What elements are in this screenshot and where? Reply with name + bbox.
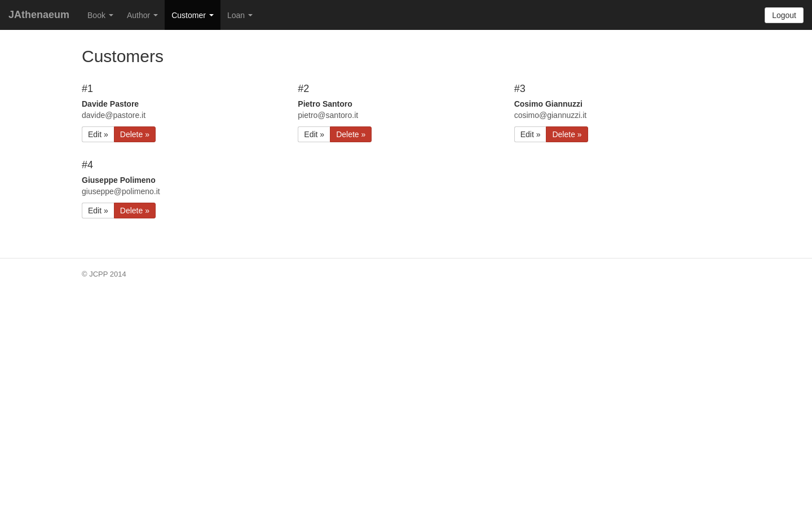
main-content: Customers #1 Davide Pastore davide@pasto… bbox=[0, 30, 812, 252]
nav-book-label: Book bbox=[87, 11, 105, 20]
navbar-left: JAthenaeum Book Author Customer Loan bbox=[8, 0, 259, 30]
customer-card: #2 Pietro Santoro pietro@santoro.it Edit… bbox=[298, 83, 514, 159]
delete-button[interactable]: Delete » bbox=[114, 203, 156, 218]
customer-actions: Edit » Delete » bbox=[82, 126, 281, 142]
customer-card: #1 Davide Pastore davide@pastore.it Edit… bbox=[82, 83, 298, 159]
customer-name: Pietro Santoro bbox=[298, 99, 497, 108]
nav-customer-label: Customer bbox=[171, 11, 206, 20]
footer-copyright: © JCPP 2014 bbox=[82, 270, 126, 278]
nav-book-caret bbox=[109, 14, 113, 16]
footer: © JCPP 2014 bbox=[0, 258, 812, 290]
customer-name: Giuseppe Polimeno bbox=[82, 176, 281, 185]
logout-button[interactable]: Logout bbox=[765, 7, 804, 23]
nav-customer-caret bbox=[209, 14, 214, 16]
customer-card: #3 Cosimo Giannuzzi cosimo@giannuzzi.it … bbox=[514, 83, 730, 159]
nav-customer[interactable]: Customer bbox=[165, 0, 220, 30]
customer-number: #1 bbox=[82, 83, 281, 95]
nav-author[interactable]: Author bbox=[120, 0, 165, 30]
edit-button[interactable]: Edit » bbox=[82, 126, 114, 142]
customer-email: giuseppe@polimeno.it bbox=[82, 187, 281, 196]
customer-number: #4 bbox=[82, 159, 281, 171]
brand-logo[interactable]: JAthenaeum bbox=[8, 9, 69, 21]
customer-number: #3 bbox=[514, 83, 713, 95]
customer-name: Davide Pastore bbox=[82, 99, 281, 108]
delete-button[interactable]: Delete » bbox=[114, 126, 156, 142]
customer-actions: Edit » Delete » bbox=[514, 126, 713, 142]
edit-button[interactable]: Edit » bbox=[82, 203, 114, 218]
nav-book[interactable]: Book bbox=[81, 0, 120, 30]
page-title: Customers bbox=[82, 47, 730, 66]
customer-email: pietro@santoro.it bbox=[298, 111, 497, 120]
customer-email: cosimo@giannuzzi.it bbox=[514, 111, 713, 120]
customer-number: #2 bbox=[298, 83, 497, 95]
customer-actions: Edit » Delete » bbox=[82, 203, 281, 218]
delete-button[interactable]: Delete » bbox=[546, 126, 588, 142]
nav-author-caret bbox=[153, 14, 158, 16]
nav-loan-label: Loan bbox=[227, 11, 245, 20]
nav-loan[interactable]: Loan bbox=[220, 0, 259, 30]
customer-card: #4 Giuseppe Polimeno giuseppe@polimeno.i… bbox=[82, 159, 298, 235]
customers-grid: #1 Davide Pastore davide@pastore.it Edit… bbox=[82, 83, 730, 235]
customer-email: davide@pastore.it bbox=[82, 111, 281, 120]
edit-button[interactable]: Edit » bbox=[514, 126, 546, 142]
navbar: JAthenaeum Book Author Customer Loan Log… bbox=[0, 0, 812, 30]
nav-loan-caret bbox=[248, 14, 253, 16]
delete-button[interactable]: Delete » bbox=[330, 126, 372, 142]
edit-button[interactable]: Edit » bbox=[298, 126, 330, 142]
nav-author-label: Author bbox=[127, 11, 150, 20]
customer-name: Cosimo Giannuzzi bbox=[514, 99, 713, 108]
customer-actions: Edit » Delete » bbox=[298, 126, 497, 142]
